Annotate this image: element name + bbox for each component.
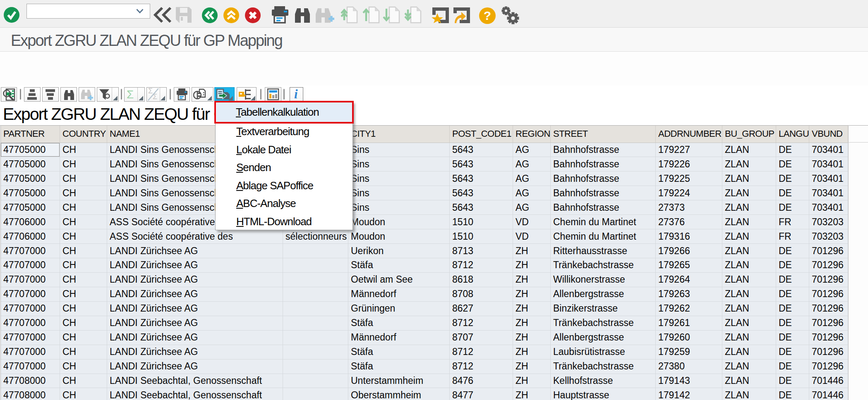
svg-text:?: ? — [484, 9, 491, 22]
